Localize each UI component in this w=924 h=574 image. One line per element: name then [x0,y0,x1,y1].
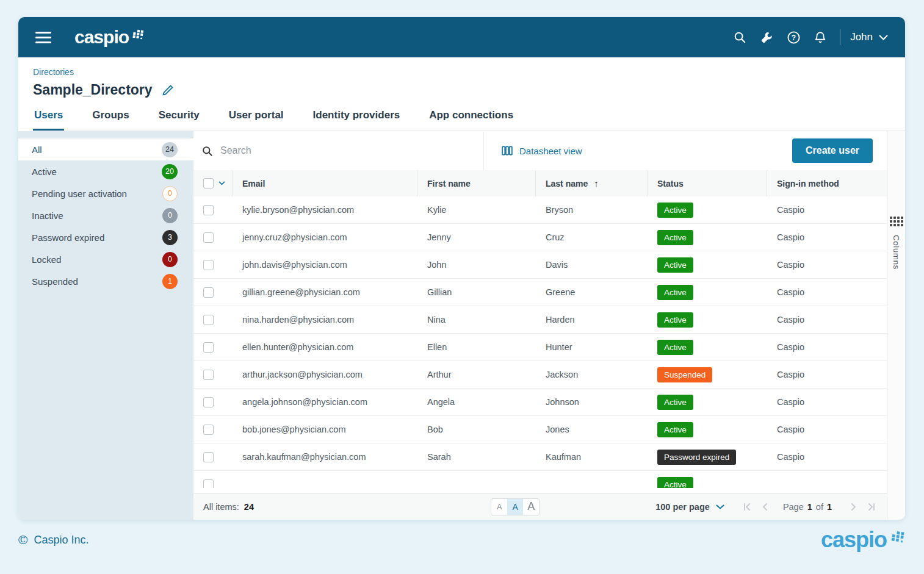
status-badge: Active [657,340,693,355]
table-row[interactable]: jenny.cruz@physician.comJennyCruzActiveC… [193,224,887,251]
current-page-number: 1 [807,502,812,512]
column-header-email[interactable]: Email [233,170,417,196]
cell-first-name: Kylie [417,205,536,215]
user-name: John [850,31,873,43]
pagination: Page1of1 [740,500,878,514]
cell-first-name: Arthur [417,370,536,379]
cell-status: Password expired [648,450,767,465]
row-checkbox[interactable] [203,315,214,325]
tools-wrench-icon[interactable] [753,25,780,49]
notifications-bell-icon[interactable] [807,25,834,49]
cell-status: Active [648,285,767,300]
tab-app-connections[interactable]: App connections [428,109,514,131]
search-icon[interactable] [726,25,753,49]
row-checkbox[interactable] [203,342,214,353]
column-header-first-name[interactable]: First name [417,170,536,196]
table-row[interactable]: kylie.bryson@physician.comKylieBrysonAct… [193,196,887,224]
cell-email: john.davis@physician.com [233,260,417,270]
copyright-text: Caspio Inc. [34,534,88,547]
row-checkbox[interactable] [203,232,214,243]
create-user-button[interactable]: Create user [792,138,873,163]
sidebar-item-label: Locked [32,254,61,265]
cell-email: arthur.jackson@physician.com [233,370,417,379]
table-row[interactable]: bob.jones@physician.comBobJonesActiveCas… [193,416,887,443]
table-row[interactable]: ellen.hunter@physician.comEllenHunterAct… [193,334,887,361]
cell-first-name: Angela [417,397,536,407]
row-checkbox[interactable] [203,452,214,462]
all-items-label: All items: [203,502,239,512]
sidebar-item-locked[interactable]: Locked0 [18,248,193,270]
page-header: Directories Sample_Directory UsersGroups… [18,57,905,131]
sidebar-item-active[interactable]: Active20 [18,160,193,182]
cell-email: bob.jones@physician.com [233,425,417,434]
select-all-checkbox[interactable] [203,178,214,188]
table-row[interactable]: nina.harden@physician.comNinaHardenActiv… [193,306,887,334]
cell-signin-method: Caspio [767,232,887,242]
column-header-last-name[interactable]: Last name↑ [536,170,648,196]
tab-groups[interactable]: Groups [91,109,130,131]
table-row[interactable]: john.davis@physician.comJohnDavisActiveC… [193,251,887,279]
breadcrumb[interactable]: Directories [33,67,905,77]
count-badge: 24 [162,142,178,157]
table-row[interactable]: angela.johnson@physician.comAngelaJohnso… [193,389,887,416]
tab-users[interactable]: Users [33,109,64,131]
cell-last-name: Hunter [536,342,648,352]
status-badge: Active [657,257,693,273]
table-row[interactable]: sarah.kaufman@physician.comSarahKaufmanP… [193,443,887,471]
svg-text:?: ? [791,33,795,41]
next-page-button[interactable] [846,500,861,514]
sidebar-item-inactive[interactable]: Inactive0 [18,204,193,226]
font-size-large-button[interactable]: A [523,499,539,515]
column-header-signin-method[interactable]: Sign-in method [767,170,887,196]
search-input[interactable] [220,145,342,156]
last-page-button[interactable] [864,500,878,514]
user-menu[interactable]: John [850,31,888,43]
font-size-medium-button[interactable]: A [507,499,523,515]
sidebar-item-suspended[interactable]: Suspended1 [18,270,193,292]
cell-last-name: Harden [536,315,648,325]
row-checkbox[interactable] [203,425,214,435]
help-icon[interactable]: ? [780,25,807,49]
table-row[interactable]: arthur.jackson@physician.comArthurJackso… [193,361,887,389]
cell-first-name: Sarah [417,452,536,462]
cell-status: Active [648,422,767,437]
row-checkbox[interactable] [203,260,214,270]
cell-last-name: Jackson [536,370,648,379]
cell-last-name: Kaufman [536,452,648,462]
row-checkbox[interactable] [203,370,214,380]
cell-email: gillian.greene@physician.com [233,287,417,297]
columns-panel-toggle[interactable]: Columns [887,131,905,520]
hamburger-menu-icon[interactable] [35,32,51,43]
status-badge: Active [657,395,693,410]
status-badge: Password expired [657,450,736,465]
cell-last-name: Jones [536,425,648,434]
row-checkbox[interactable] [203,479,214,489]
datasheet-view-button[interactable]: Datasheet view [501,145,582,157]
tab-identity-providers[interactable]: Identity providers [312,109,402,131]
search-box[interactable] [201,145,361,157]
tab-user-portal[interactable]: User portal [228,109,285,131]
table-row[interactable]: gillian.greene@physician.comGillianGreen… [193,279,887,306]
status-badge: Active [657,477,693,489]
cell-email: ellen.hunter@physician.com [233,342,417,352]
total-pages-number: 1 [827,502,832,512]
row-checkbox[interactable] [203,287,214,298]
row-checkbox[interactable] [203,205,214,215]
column-header-status[interactable]: Status [648,170,767,196]
per-page-dropdown[interactable]: 100 per page [655,502,724,512]
cell-signin-method: Caspio [767,315,887,325]
previous-page-button[interactable] [757,500,772,514]
first-page-button[interactable] [740,500,755,514]
sidebar-item-pending-user-activation[interactable]: Pending user activation0 [18,182,193,204]
sidebar-item-password-expired[interactable]: Password expired3 [18,226,193,248]
cell-first-name: Bob [417,425,536,434]
row-checkbox[interactable] [203,397,214,407]
all-items-count: 24 [244,502,254,512]
select-menu-chevron-icon[interactable] [218,181,225,185]
tab-security[interactable]: Security [157,109,201,131]
table-row[interactable]: Active [193,471,887,488]
top-navbar: caspio ? John [18,17,905,57]
sidebar-item-all[interactable]: All24 [18,138,193,160]
edit-pencil-icon[interactable] [161,84,175,97]
font-size-small-button[interactable]: A [491,499,507,515]
